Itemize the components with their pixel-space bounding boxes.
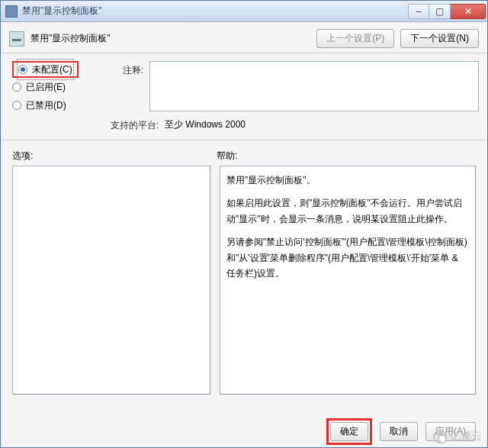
- comment-textarea[interactable]: [149, 61, 479, 111]
- radio-indicator-icon: [18, 65, 27, 74]
- radio-disabled[interactable]: 已禁用(D): [12, 96, 96, 114]
- footer: 确定 取消 应用(A): [2, 416, 486, 446]
- policy-title: 禁用"显示控制面板": [30, 32, 111, 45]
- previous-setting-button[interactable]: 上一个设置(P): [316, 29, 394, 48]
- help-label: 帮助:: [217, 150, 476, 163]
- platform-value: 至少 Windows 2000: [165, 117, 246, 131]
- cancel-button[interactable]: 取消: [380, 422, 418, 441]
- options-label: 选项:: [12, 150, 217, 163]
- divider: [2, 53, 486, 53]
- dialog-window: 禁用"显示控制面板" – ▢ ✕ 禁用"显示控制面板" 上一个设置(P) 下一个…: [0, 0, 488, 448]
- radio-group: 未配置(C) 已启用(E) 已禁用(D): [12, 61, 96, 137]
- radio-indicator-icon: [12, 82, 21, 92]
- help-paragraph: 如果启用此设置，则"显示控制面板"不会运行。用户尝试启动"显示"时，会显示一条消…: [226, 195, 469, 227]
- app-icon: [5, 5, 18, 18]
- minimize-button[interactable]: –: [408, 4, 429, 19]
- help-paragraph: 另请参阅"禁止访问'控制面板'"(用户配置\管理模板\控制面板)和"从'设置'菜…: [226, 234, 469, 281]
- radio-label: 未配置(C): [32, 63, 72, 76]
- platform-row: 支持的平台: 至少 Windows 2000: [104, 116, 479, 132]
- client-area: 禁用"显示控制面板" 上一个设置(P) 下一个设置(N) 未配置(C) 已启用(…: [2, 23, 486, 446]
- nav-buttons: 上一个设置(P) 下一个设置(N): [316, 29, 479, 48]
- divider: [2, 140, 486, 140]
- config-area: 未配置(C) 已启用(E) 已禁用(D) 注释: 支持的平: [2, 58, 486, 138]
- options-panel: [12, 166, 210, 395]
- window-controls: – ▢ ✕: [408, 4, 486, 19]
- fields-column: 注释: 支持的平台: 至少 Windows 2000: [104, 61, 479, 137]
- close-button[interactable]: ✕: [451, 4, 486, 19]
- header-row: 禁用"显示控制面板" 上一个设置(P) 下一个设置(N): [2, 23, 486, 51]
- apply-button[interactable]: 应用(A): [425, 422, 476, 441]
- radio-label: 已启用(E): [26, 81, 66, 94]
- help-panel: 禁用"显示控制面板"。 如果启用此设置，则"显示控制面板"不会运行。用户尝试启动…: [220, 166, 476, 395]
- ok-button[interactable]: 确定: [330, 422, 368, 441]
- platform-label: 支持的平台:: [104, 116, 165, 132]
- comment-row: 注释:: [104, 61, 479, 111]
- radio-not-configured[interactable]: 未配置(C): [18, 60, 72, 79]
- policy-icon: [9, 31, 24, 47]
- window-title: 禁用"显示控制面板": [22, 5, 408, 18]
- highlight-ok: 确定: [326, 418, 372, 445]
- panels: 禁用"显示控制面板"。 如果启用此设置，则"显示控制面板"不会运行。用户尝试启动…: [2, 166, 486, 395]
- radio-indicator-icon: [12, 101, 21, 110]
- titlebar[interactable]: 禁用"显示控制面板" – ▢ ✕: [1, 1, 487, 22]
- radio-enabled[interactable]: 已启用(E): [12, 78, 96, 96]
- comment-label: 注释:: [104, 61, 149, 77]
- panel-labels: 选项: 帮助:: [2, 145, 486, 166]
- radio-label: 已禁用(D): [26, 99, 66, 112]
- highlight-not-configured: 未配置(C): [12, 61, 79, 78]
- next-setting-button[interactable]: 下一个设置(N): [400, 29, 479, 48]
- help-paragraph: 禁用"显示控制面板"。: [226, 172, 469, 188]
- maximize-button[interactable]: ▢: [429, 4, 451, 19]
